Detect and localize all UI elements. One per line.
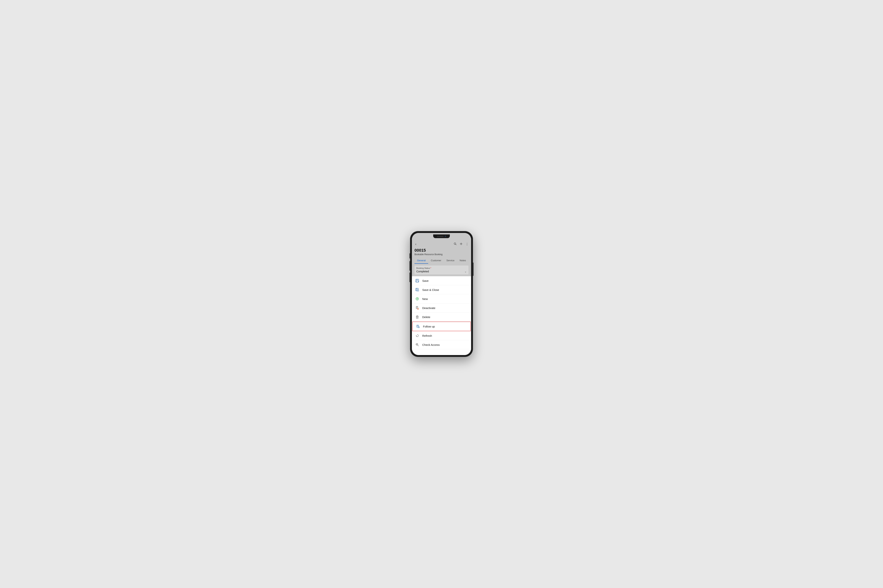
menu-item-delete[interactable]: Delete	[412, 312, 471, 322]
tab-customer[interactable]: Customer	[428, 258, 444, 264]
svg-rect-5	[416, 279, 418, 280]
power-button	[473, 262, 474, 276]
record-id: 00015	[414, 248, 469, 253]
status-bar	[412, 233, 471, 240]
header-toolbar: ‹ ⋮	[412, 240, 471, 247]
menu-item-save-close[interactable]: Save & Close	[412, 285, 471, 294]
mute-button	[409, 253, 410, 258]
more-icon[interactable]: ⋮	[466, 242, 469, 246]
speaker	[437, 236, 444, 237]
menu-item-new[interactable]: New	[412, 294, 471, 303]
add-icon[interactable]	[460, 242, 463, 246]
menu-list: Save Save & Close	[412, 276, 471, 355]
svg-rect-24	[417, 316, 418, 316]
tab-general[interactable]: General	[414, 258, 428, 264]
camera	[445, 236, 446, 237]
follow-up-icon	[416, 324, 420, 328]
refresh-label: Refresh	[422, 334, 432, 337]
record-header: 00015 Bookable Resource Booking	[412, 247, 471, 258]
volume-up-button	[409, 261, 410, 271]
phone-screen: ‹ ⋮	[412, 233, 471, 355]
booking-status-field[interactable]: Booking Status* Completed ⌄	[414, 266, 469, 274]
save-icon	[415, 279, 419, 283]
chevron-down-icon: ⌄	[465, 270, 467, 273]
volume-down-button	[409, 273, 410, 282]
deactivate-label: Deactivate	[422, 306, 435, 309]
menu-item-deactivate[interactable]: Deactivate	[412, 303, 471, 312]
menu-item-refresh[interactable]: Refresh	[412, 331, 471, 340]
tab-notes[interactable]: Notes	[457, 258, 469, 264]
check-access-label: Check Access	[422, 343, 440, 346]
delete-icon	[415, 315, 419, 319]
check-access-icon	[415, 343, 419, 347]
booking-status-label: Booking Status*	[416, 267, 467, 269]
save-close-icon	[415, 288, 419, 292]
menu-item-save[interactable]: Save	[412, 276, 471, 285]
refresh-icon	[415, 334, 419, 338]
form-area: Booking Status* Completed ⌄	[412, 264, 471, 276]
svg-line-35	[418, 345, 418, 346]
new-icon	[415, 297, 419, 301]
svg-rect-6	[416, 280, 418, 282]
back-button[interactable]: ‹	[414, 242, 417, 247]
toolbar-actions: ⋮	[454, 242, 469, 246]
delete-label: Delete	[422, 315, 430, 319]
tab-service[interactable]: Service	[444, 258, 457, 264]
tabs-bar: General Customer Service Notes	[412, 258, 471, 264]
svg-line-1	[456, 244, 456, 245]
booking-status-value: Completed	[416, 270, 429, 273]
booking-status-value-row: Completed ⌄	[416, 270, 467, 273]
phone-frame: ‹ ⋮	[410, 231, 473, 357]
follow-up-label: Follow up	[423, 325, 435, 328]
notch	[433, 234, 450, 238]
search-icon[interactable]	[454, 242, 457, 246]
menu-item-follow-up[interactable]: Follow up	[412, 322, 471, 331]
record-type: Bookable Resource Booking	[414, 253, 469, 256]
save-close-label: Save & Close	[422, 288, 439, 291]
required-indicator: *	[430, 267, 431, 269]
menu-item-check-access[interactable]: Check Access	[412, 340, 471, 350]
new-label: New	[422, 297, 428, 300]
app-content: ‹ ⋮	[412, 240, 471, 355]
deactivate-icon	[415, 306, 419, 310]
save-label: Save	[422, 279, 429, 282]
svg-line-37	[417, 344, 417, 345]
